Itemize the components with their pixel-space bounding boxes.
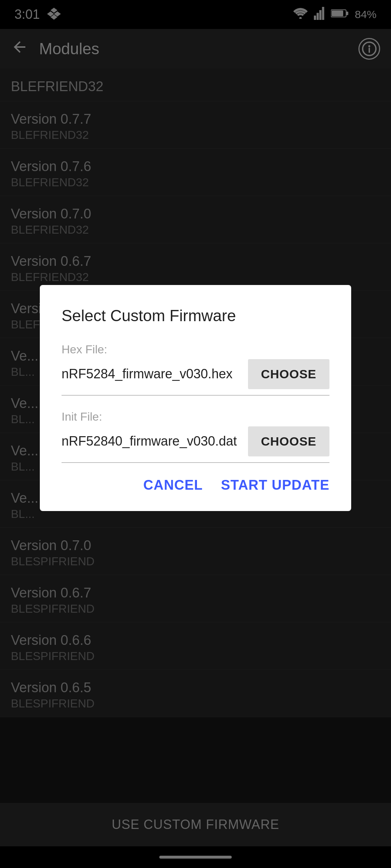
init-file-section: Init File: nRF52840_firmware_v030.dat CH… xyxy=(62,410,329,463)
hex-file-row: nRF5284_firmware_v030.hex CHOOSE xyxy=(62,359,329,396)
choose-hex-button[interactable]: CHOOSE xyxy=(248,359,329,389)
hex-file-label: Hex File: xyxy=(62,343,329,356)
dialog-overlay: Select Custom Firmware Hex File: nRF5284… xyxy=(0,0,391,868)
select-firmware-dialog: Select Custom Firmware Hex File: nRF5284… xyxy=(40,285,351,511)
cancel-button[interactable]: CANCEL xyxy=(143,477,203,493)
choose-init-button[interactable]: CHOOSE xyxy=(248,426,329,456)
init-file-label: Init File: xyxy=(62,410,329,424)
init-file-name: nRF52840_firmware_v030.dat xyxy=(62,434,248,449)
dialog-title: Select Custom Firmware xyxy=(62,307,329,325)
start-update-button[interactable]: START UPDATE xyxy=(221,477,329,493)
hex-file-section: Hex File: nRF5284_firmware_v030.hex CHOO… xyxy=(62,343,329,396)
init-file-row: nRF52840_firmware_v030.dat CHOOSE xyxy=(62,426,329,463)
dialog-actions: CANCEL START UPDATE xyxy=(62,477,329,493)
hex-file-name: nRF5284_firmware_v030.hex xyxy=(62,366,248,382)
